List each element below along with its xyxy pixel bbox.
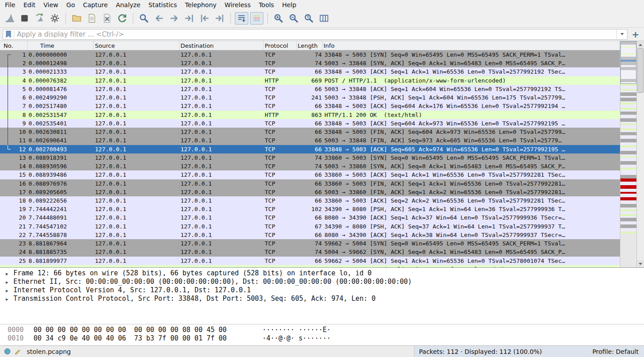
expert-info-button[interactable] <box>3 347 12 356</box>
toolbar-go-forward-button[interactable] <box>168 12 181 25</box>
packet-row-23[interactable]: 238.881867964127.0.0.1127.0.0.1TCP745966… <box>0 239 620 248</box>
menu-item-file[interactable]: File <box>1 1 19 9</box>
hex-line-0010[interactable]: 001000 34 c9 0e 40 00 40 06 73 b3 7f 00 … <box>0 334 644 343</box>
toolbar-first-packet-button[interactable] <box>198 12 211 25</box>
packet-row-7[interactable]: 70.002517480127.0.0.1127.0.0.1TCP6633848… <box>0 102 620 110</box>
toolbar-stop-capture-button[interactable] <box>18 12 31 25</box>
detail-line-ip[interactable]: ▸Internet Protocol Version 4, Src: 127.0… <box>0 286 644 295</box>
filter-dropdown-button[interactable] <box>616 29 627 39</box>
bookmark-icon[interactable] <box>5 30 12 38</box>
column-header-info[interactable]: Info <box>323 41 620 50</box>
detail-line-tcp[interactable]: ▸Transmission Control Protocol, Src Port… <box>0 295 644 303</box>
menu-item-wireless[interactable]: Wireless <box>221 1 255 9</box>
cell-info: 5003 → 33860 [SYN, ACK] Seq=0 Ack=1 Win=… <box>323 162 620 170</box>
packet-row-14[interactable]: 140.088930596127.0.0.1127.0.0.1TCP745003… <box>0 162 620 170</box>
cell-proto: HTTP <box>264 111 297 119</box>
detail-line-ethernet[interactable]: ▸Ethernet II, Src: 00:00:00_00:00:00 (00… <box>0 278 644 286</box>
cell-len: 67 <box>297 222 323 231</box>
menu-item-view[interactable]: View <box>40 1 62 9</box>
menu-item-telephony[interactable]: Telephony <box>181 1 221 9</box>
scroll-down-button[interactable] <box>637 260 644 267</box>
expander-icon[interactable]: ▸ <box>6 270 13 278</box>
toolbar-close-file-button[interactable] <box>100 12 114 25</box>
packet-row-9[interactable]: 90.002535401127.0.0.1127.0.0.1TCP6633848… <box>0 119 620 128</box>
expander-icon[interactable]: ▸ <box>6 295 13 303</box>
column-header-dst[interactable]: Destination <box>180 41 264 50</box>
packet-row-22[interactable]: 227.744558878127.0.0.1127.0.0.1TCP668080… <box>0 231 620 239</box>
packet-row-10[interactable]: 100.002630811127.0.0.1127.0.0.1TCP663384… <box>0 128 620 136</box>
cell-src: 127.0.0.1 <box>94 85 180 93</box>
packet-row-1[interactable]: 10.000000000127.0.0.1127.0.0.1TCP7433848… <box>0 50 620 59</box>
packet-row-8[interactable]: 80.002531547127.0.0.1127.0.0.1HTTP863HTT… <box>0 111 620 119</box>
cell-src: 127.0.0.1 <box>94 67 180 76</box>
menu-item-tools[interactable]: Tools <box>254 1 278 9</box>
minimap-viewport-indicator[interactable] <box>620 41 636 84</box>
column-header-src[interactable]: Source <box>94 41 180 50</box>
packet-row-13[interactable]: 130.088918391127.0.0.1127.0.0.1TCP743386… <box>0 154 620 162</box>
scrollbar-thumb[interactable] <box>637 48 644 93</box>
column-header-no[interactable]: No. <box>0 41 28 50</box>
packet-list-scrollbar[interactable] <box>636 41 644 267</box>
capture-comment-button[interactable] <box>13 347 22 356</box>
hex-offset: 0000 <box>8 326 24 334</box>
display-filter-bar[interactable] <box>3 29 628 40</box>
expander-icon[interactable]: ▸ <box>6 286 13 295</box>
menu-item-analyze[interactable]: Analyze <box>112 1 144 9</box>
expert-info-icon <box>4 348 11 355</box>
toolbar-find-packet-button[interactable] <box>137 12 151 25</box>
menu-item-edit[interactable]: Edit <box>19 1 39 9</box>
toolbar-zoom-in-button[interactable] <box>272 12 285 25</box>
toolbar-last-packet-button[interactable] <box>213 12 226 25</box>
expander-icon[interactable]: ▸ <box>6 278 13 286</box>
packet-row-2[interactable]: 20.000012498127.0.0.1127.0.0.1TCP745003 … <box>0 59 620 67</box>
packet-row-18[interactable]: 180.089222656127.0.0.1127.0.0.1TCP663386… <box>0 196 620 205</box>
column-header-len[interactable]: Length <box>297 41 323 50</box>
packet-row-15[interactable]: 150.088939486127.0.0.1127.0.0.1TCP663386… <box>0 170 620 179</box>
packet-row-21[interactable]: 217.744547102127.0.0.1127.0.0.1TCP673439… <box>0 222 620 231</box>
packet-row-26[interactable]: 268.881931289127.0.0.1127.0.0.1HTTP669PO… <box>0 265 620 267</box>
packet-row-12[interactable]: 120.002700493127.0.0.1127.0.0.1TCP663384… <box>0 145 620 154</box>
packet-row-25[interactable]: 258.881899977127.0.0.1127.0.0.1TCP665966… <box>0 257 620 265</box>
menu-item-help[interactable]: Help <box>278 1 300 9</box>
hex-line-0000[interactable]: 000000 00 00 00 00 00 00 00 00 00 00 00 … <box>0 326 644 334</box>
add-filter-button[interactable]: + <box>630 29 641 40</box>
toolbar-colorize-toggle[interactable] <box>250 12 263 25</box>
packet-row-20[interactable]: 207.744488091127.0.0.1127.0.0.1TCP668080… <box>0 213 620 222</box>
cell-proto: TCP <box>264 231 297 239</box>
toolbar-auto-scroll-toggle[interactable] <box>235 12 248 25</box>
toolbar-save-file-button[interactable] <box>85 12 98 25</box>
packet-row-5[interactable]: 50.000081476127.0.0.1127.0.0.1TCP665003 … <box>0 85 620 93</box>
detail-line-frame[interactable]: ▸Frame 12: 66 bytes on wire (528 bits), … <box>0 269 644 278</box>
toolbar-zoom-original-button[interactable] <box>302 12 316 25</box>
packet-row-16[interactable]: 160.088976976127.0.0.1127.0.0.1TCP663386… <box>0 179 620 188</box>
packet-row-4[interactable]: 40.000076382127.0.0.1127.0.0.1HTTP669POS… <box>0 76 620 85</box>
menu-item-capture[interactable]: Capture <box>79 1 112 9</box>
toolbar-go-back-button[interactable] <box>152 12 166 25</box>
packet-row-24[interactable]: 248.881885735127.0.0.1127.0.0.1TCP745004… <box>0 248 620 256</box>
toolbar-reload-file-button[interactable] <box>115 12 129 25</box>
packet-row-3[interactable]: 30.000021333127.0.0.1127.0.0.1TCP6633848… <box>0 67 620 76</box>
packet-row-11[interactable]: 110.002690641127.0.0.1127.0.0.1TCP665003… <box>0 136 620 145</box>
toolbar-start-capture-button[interactable] <box>3 12 16 25</box>
display-filter-input[interactable] <box>17 29 616 39</box>
packet-list-minimap[interactable] <box>620 41 636 267</box>
toolbar-restart-capture-button[interactable] <box>33 12 46 25</box>
toolbar-resize-columns-button[interactable] <box>317 12 331 25</box>
column-header-time[interactable]: Time <box>28 41 94 50</box>
packet-list[interactable]: 10.000000000127.0.0.1127.0.0.1TCP7433848… <box>0 50 620 267</box>
toolbar-go-to-packet-button[interactable] <box>183 12 196 25</box>
column-header-proto[interactable]: Protocol <box>264 41 297 50</box>
toolbar-open-file-button[interactable] <box>70 12 83 25</box>
cell-len: 66 <box>297 170 323 179</box>
menu-item-statistics[interactable]: Statistics <box>144 1 181 9</box>
packet-row-6[interactable]: 60.002499290127.0.0.1127.0.0.1TCP2415003… <box>0 93 620 102</box>
profile-button[interactable]: Profile: Default <box>592 348 640 355</box>
packet-row-19[interactable]: 197.744442241127.0.0.1127.0.0.1TCP102343… <box>0 205 620 213</box>
toolbar-zoom-out-button[interactable] <box>287 12 300 25</box>
related-packet-line <box>8 76 11 85</box>
packet-row-17[interactable]: 170.089205605127.0.0.1127.0.0.1TCP665003… <box>0 188 620 196</box>
menu-item-go[interactable]: Go <box>62 1 79 9</box>
packet-bytes-pane[interactable]: 000000 00 00 00 00 00 00 00 00 00 00 00 … <box>0 324 644 345</box>
toolbar-capture-options-button[interactable] <box>48 12 62 25</box>
scroll-up-button[interactable] <box>637 41 644 48</box>
